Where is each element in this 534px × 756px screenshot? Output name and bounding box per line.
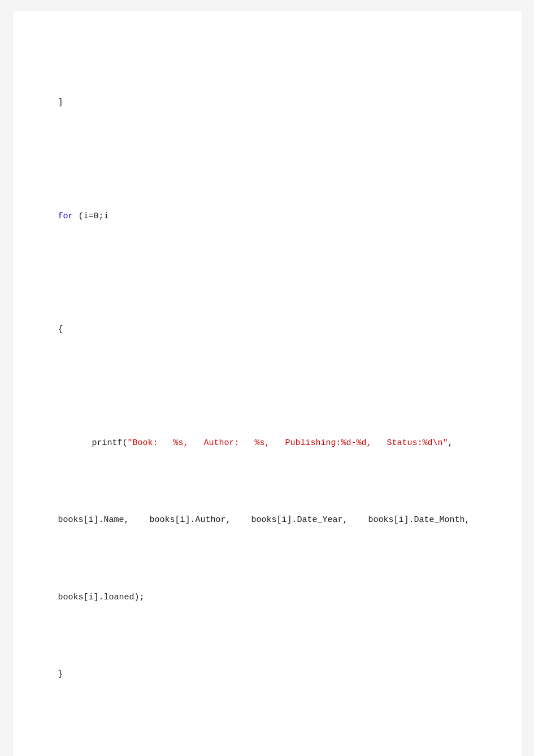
code-line: for (i=0;i [47,209,488,225]
code-line: } [47,667,488,683]
code-line: books[i].loaned); [47,590,488,606]
code-page: ] for (i=0;i { printf("Book: %s, Author:… [13,11,522,756]
code-line: { [47,322,488,338]
code-line: printf("Book: %s, Author: %s, Publishing… [47,435,488,452]
code-line: ] [47,95,488,111]
code-line: books[i].Name, books[i].Author, books[i]… [47,512,488,529]
code-content: ] for (i=0;i { printf("Book: %s, Author:… [47,34,488,756]
